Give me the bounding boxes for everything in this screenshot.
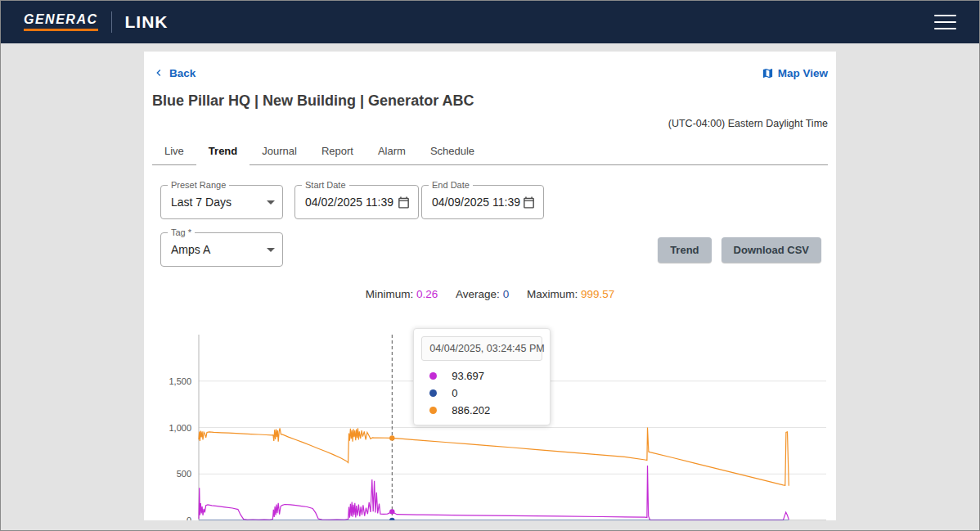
stat-average-value: 0 xyxy=(503,288,510,300)
tooltip-value-magenta: 93.697 xyxy=(452,370,484,382)
end-date-value: 04/09/2025 11:39 xyxy=(432,196,522,209)
generac-logo: GENERAC xyxy=(24,13,98,31)
y-axis-tick: 1,500 xyxy=(169,376,191,386)
start-date-input[interactable]: Start Date 04/02/2025 11:39 xyxy=(294,185,419,219)
stat-maximum-label: Maximum: xyxy=(527,288,578,300)
top-navigation-bar: GENERAC LINK xyxy=(1,1,979,43)
stat-minimum-label: Minimum: xyxy=(366,288,414,300)
tag-label: Tag * xyxy=(168,227,195,237)
tooltip-value-blue: 0 xyxy=(452,387,457,399)
filters-section: Preset Range Last 7 Days Start Date 04/0… xyxy=(160,185,821,267)
download-csv-button[interactable]: Download CSV xyxy=(722,237,821,263)
cursor-dot xyxy=(389,509,394,514)
tooltip-value-orange: 886.202 xyxy=(452,404,490,416)
tag-select[interactable]: Tag * Amps A xyxy=(160,232,283,267)
brand-divider xyxy=(111,11,112,33)
tooltip-timestamp: 04/04/2025, 03:24:45 PM xyxy=(421,336,542,361)
action-buttons: Trend Download CSV xyxy=(658,237,821,263)
preset-range-value: Last 7 Days xyxy=(171,196,262,209)
product-name: LINK xyxy=(125,12,169,32)
page-title: Blue Pillar HQ | New Building | Generato… xyxy=(152,92,828,110)
y-axis-tick: 0 xyxy=(187,515,191,520)
calendar-icon[interactable] xyxy=(397,196,411,209)
app-window: GENERAC LINK Back Map View Blue Pillar H… xyxy=(0,0,980,531)
preset-range-select[interactable]: Preset Range Last 7 Days xyxy=(160,185,283,219)
hamburger-bar xyxy=(934,15,956,16)
tab-trend[interactable]: Trend xyxy=(196,137,249,164)
end-date-input[interactable]: End Date 04/09/2025 11:39 xyxy=(421,185,544,219)
chart-tooltip: 04/04/2025, 03:24:45 PM 93.697 0 886.202 xyxy=(413,328,551,425)
chevron-down-icon xyxy=(267,200,275,205)
end-date-label: End Date xyxy=(429,180,473,190)
filter-row-tag: Tag * Amps A Trend Download CSV xyxy=(160,232,821,267)
timezone-label: (UTC-04:00) Eastern Daylight Time xyxy=(152,118,828,129)
trend-chart: 05001,0001,50012 PM04/0312 PM04/0412 PM0… xyxy=(152,328,828,520)
back-label: Back xyxy=(169,67,196,79)
stat-average-label: Average: xyxy=(456,288,500,300)
tooltip-row: 0 xyxy=(421,382,542,399)
blue-series-dot-icon xyxy=(429,389,437,397)
magenta-series-dot-icon xyxy=(429,372,437,380)
tab-journal[interactable]: Journal xyxy=(249,137,309,164)
trend-button[interactable]: Trend xyxy=(658,237,711,263)
hamburger-menu-icon[interactable] xyxy=(934,7,956,38)
back-button[interactable]: Back xyxy=(152,66,196,79)
y-axis-tick: 500 xyxy=(177,469,191,479)
stat-minimum-value: 0.26 xyxy=(416,288,438,300)
start-date-label: Start Date xyxy=(302,180,349,190)
tab-alarm[interactable]: Alarm xyxy=(366,137,418,164)
map-view-button[interactable]: Map View xyxy=(762,67,828,79)
top-links-row: Back Map View xyxy=(152,66,828,79)
stat-maximum-value: 999.57 xyxy=(581,288,614,300)
y-axis-tick: 1,000 xyxy=(169,423,191,433)
tooltip-row: 886.202 xyxy=(421,399,542,416)
preset-range-label: Preset Range xyxy=(168,180,229,190)
tab-schedule[interactable]: Schedule xyxy=(418,137,487,164)
tab-bar: Live Trend Journal Report Alarm Schedule xyxy=(152,137,828,165)
hamburger-bar xyxy=(934,21,956,23)
chevron-down-icon xyxy=(267,248,275,252)
map-icon xyxy=(762,67,774,79)
map-view-label: Map View xyxy=(778,67,828,79)
hamburger-bar xyxy=(934,28,956,29)
generac-logo-underline xyxy=(24,29,98,31)
main-content-card: Back Map View Blue Pillar HQ | New Build… xyxy=(144,52,836,520)
calendar-icon[interactable] xyxy=(522,196,536,209)
cursor-dot xyxy=(389,518,394,520)
tag-value: Amps A xyxy=(171,243,262,256)
tooltip-row: 93.697 xyxy=(421,365,542,382)
tab-report[interactable]: Report xyxy=(309,137,366,164)
start-date-value: 04/02/2025 11:39 xyxy=(305,196,397,209)
tab-live[interactable]: Live xyxy=(152,137,196,164)
filter-row-dates: Preset Range Last 7 Days Start Date 04/0… xyxy=(160,185,821,219)
cursor-dot xyxy=(389,435,394,440)
generac-logo-text: GENERAC xyxy=(24,13,98,26)
orange-series-dot-icon xyxy=(429,407,437,414)
chevron-left-icon xyxy=(152,66,165,79)
series-amps-a-orange xyxy=(199,428,789,486)
stats-summary: Minimum: 0.26 Average: 0 Maximum: 999.57 xyxy=(152,288,828,300)
